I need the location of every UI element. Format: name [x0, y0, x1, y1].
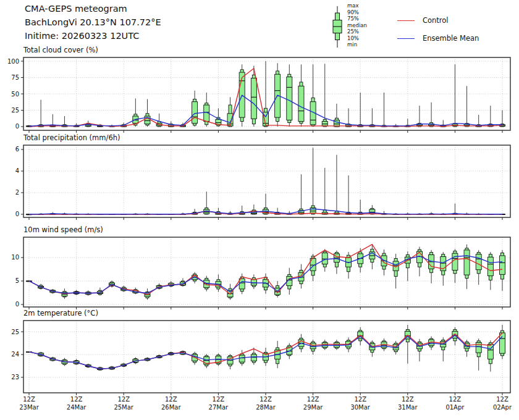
meteogram-page: 02550751000246051023242512Z23Mar12Z24Mar…	[0, 0, 519, 420]
legend-entry-control: Control	[397, 16, 449, 25]
svg-text:4: 4	[15, 167, 19, 174]
legend-75-label: 75%	[347, 15, 367, 22]
panel-title-cloud: Total cloud cover (%)	[23, 46, 98, 54]
svg-text:12Z: 12Z	[260, 396, 272, 403]
x-axis-labels: 12Z23Mar12Z24Mar12Z25Mar12Z26Mar12Z27Mar…	[19, 396, 512, 411]
svg-text:0: 0	[15, 123, 19, 130]
svg-text:23: 23	[11, 374, 19, 380]
panel-title-wind: 10m wind speed (m/s)	[23, 225, 103, 234]
svg-text:5: 5	[15, 277, 19, 284]
panel-temperature-2m: 232425	[11, 321, 510, 395]
svg-text:27Mar: 27Mar	[209, 404, 229, 411]
panel-title-temp: 2m temperature (°C)	[23, 309, 98, 317]
svg-text:01Apr: 01Apr	[445, 404, 465, 411]
svg-text:28Mar: 28Mar	[256, 404, 276, 411]
svg-text:6: 6	[15, 146, 19, 153]
legend-entry-ensemble-mean: Ensemble Mean	[397, 34, 479, 43]
ensemble-mean-line-swatch	[397, 38, 415, 39]
svg-text:100: 100	[7, 58, 19, 65]
svg-text:12Z: 12Z	[23, 396, 35, 403]
svg-text:12Z: 12Z	[307, 396, 319, 403]
legend-max-label: max	[347, 2, 367, 9]
svg-text:30Mar: 30Mar	[350, 404, 370, 411]
station-title: BachLongVi 20.13°N 107.72°E	[25, 17, 161, 27]
legend-25-label: 25%	[347, 28, 367, 35]
svg-text:0: 0	[15, 301, 19, 308]
panel-wind-speed-10m: 0510	[11, 237, 510, 309]
svg-text:12Z: 12Z	[117, 396, 130, 403]
legend-min-label: min	[347, 41, 367, 48]
control-label: Control	[423, 16, 449, 25]
control-line-swatch	[397, 20, 415, 21]
svg-text:25Mar: 25Mar	[114, 404, 133, 411]
svg-text:23Mar: 23Mar	[19, 404, 39, 411]
meteogram-canvas: 02550751000246051023242512Z23Mar12Z24Mar…	[0, 0, 519, 420]
svg-text:26Mar: 26Mar	[161, 404, 181, 411]
svg-text:12Z: 12Z	[354, 396, 366, 403]
svg-text:25: 25	[11, 107, 19, 114]
svg-text:31Mar: 31Mar	[398, 404, 418, 411]
svg-text:10: 10	[11, 254, 19, 261]
boxplot-legend-labels: max 90% 75% median 25% 10% min	[347, 2, 367, 48]
panel-total-cloud-cover: 0255075100	[7, 57, 510, 133]
svg-text:2: 2	[15, 189, 19, 196]
svg-text:12Z: 12Z	[402, 396, 414, 403]
svg-text:02Apr: 02Apr	[493, 404, 512, 411]
boxplot-legend-icon	[331, 2, 346, 49]
panel-total-precipitation: 0246	[15, 145, 510, 220]
svg-text:12Z: 12Z	[496, 396, 508, 403]
svg-text:29Mar: 29Mar	[303, 404, 323, 411]
svg-text:75: 75	[11, 74, 19, 81]
panel-title-precip: Total precipitation (mm/6h)	[23, 133, 120, 142]
svg-text:24Mar: 24Mar	[67, 404, 86, 411]
svg-text:0: 0	[15, 211, 19, 217]
svg-text:12Z: 12Z	[213, 396, 225, 403]
app-title: CMA-GEPS meteogram	[25, 4, 127, 14]
legend-median-label: median	[347, 22, 367, 29]
legend-10-label: 10%	[347, 35, 367, 42]
svg-text:12Z: 12Z	[449, 396, 462, 403]
svg-text:12Z: 12Z	[70, 396, 83, 403]
inittime-label: Initime: 20260323 12UTC	[25, 31, 139, 41]
box-whisker-series	[27, 245, 505, 300]
svg-text:50: 50	[11, 91, 19, 98]
svg-text:12Z: 12Z	[165, 396, 177, 403]
svg-text:25: 25	[11, 329, 19, 335]
svg-text:24: 24	[11, 351, 19, 358]
ensemble-mean-label: Ensemble Mean	[423, 34, 479, 43]
legend-90-label: 90%	[347, 9, 367, 16]
